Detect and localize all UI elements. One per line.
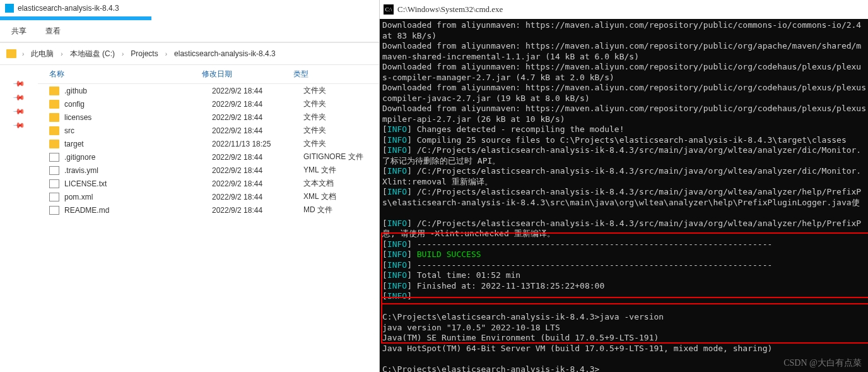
terminal-line [382, 208, 868, 219]
file-type: 文件夹 [303, 125, 379, 136]
terminal-line: mpiler-api-2.7.jar (26 kB at 10 kB/s) [382, 114, 868, 125]
terminal-line: Downloaded from aliyunmaven: https://mav… [382, 83, 868, 93]
terminal-line: C:\Projects\elasticsearch-analysis-ik-8.… [382, 312, 868, 323]
file-explorer-window: elasticsearch-analysis-ik-8.4.3 共享 查看 › … [0, 0, 380, 372]
file-row[interactable]: .gitignore2022/9/2 18:44GITIGNORE 文件 [38, 150, 379, 164]
file-name: .github [64, 87, 212, 95]
file-type: GITIGNORE 文件 [303, 152, 379, 162]
file-row[interactable]: LICENSE.txt2022/9/2 18:44文本文档 [38, 177, 379, 190]
terminal-line [382, 302, 868, 313]
file-date: 2022/9/2 18:44 [212, 206, 303, 215]
ribbon-toolbar: 共享 查看 [0, 20, 379, 42]
terminal-line: [INFO] Finished at: 2022-11-13T18:25:22+… [382, 281, 868, 292]
file-name: src [64, 126, 212, 135]
explorer-title-bar: elasticsearch-analysis-ik-8.4.3 [0, 0, 379, 16]
file-name: LICENSE.txt [64, 179, 212, 188]
folder-icon [6, 49, 16, 58]
terminal-line: [INFO] /C:/Projects/elasticsearch-analys… [382, 219, 868, 229]
file-name: .travis.yml [64, 166, 212, 175]
file-icon [49, 153, 59, 162]
file-type: 文件夹 [303, 112, 379, 123]
crumb-drive[interactable]: 本地磁盘 (C:) [69, 49, 116, 59]
terminal-line: [INFO] Changes detected - recompiling th… [382, 124, 868, 135]
terminal-line: [INFO] ---------------------------------… [382, 260, 868, 271]
file-type: MD 文件 [303, 205, 379, 215]
file-name: config [64, 100, 212, 109]
folder-icon [49, 100, 59, 109]
terminal-line: Downloaded from aliyunmaven: https://mav… [382, 62, 868, 73]
terminal-line: [INFO] Total time: 01:52 min [382, 270, 868, 281]
cmd-title-text: C:\Windows\System32\cmd.exe [397, 4, 503, 15]
chevron-right-icon: › [163, 51, 169, 57]
cmd-output[interactable]: Downloaded from aliyunmaven: https://mav… [380, 19, 868, 372]
file-type: 文件夹 [303, 99, 379, 109]
terminal-line: Downloaded from aliyunmaven: https://mav… [382, 104, 868, 114]
file-type: YML 文件 [303, 165, 379, 176]
terminal-line: [INFO] [382, 291, 868, 302]
column-headers: 名称 修改日期 类型 [38, 65, 379, 84]
file-name: README.md [64, 206, 212, 215]
file-icon [49, 179, 59, 188]
cmd-icon: C:\ [384, 4, 394, 15]
file-date: 2022/9/2 18:44 [212, 193, 303, 201]
address-bar[interactable]: › 此电脑 › 本地磁盘 (C:) › Projects › elasticse… [0, 42, 379, 65]
file-icon [49, 206, 59, 215]
terminal-line: at 83 kB/s) [382, 31, 868, 42]
file-name: pom.xml [64, 193, 212, 201]
file-date: 2022/9/2 18:44 [212, 100, 303, 109]
window-title: elasticsearch-analysis-ik-8.4.3 [18, 4, 119, 13]
file-name: target [64, 140, 212, 148]
folder-icon [49, 140, 59, 148]
chevron-right-icon: › [20, 51, 26, 57]
terminal-line: s-compiler-manager-2.7.jar (4.7 kB at 2.… [382, 73, 868, 83]
terminal-line: [INFO] /C:/Projects/elasticsearch-analys… [382, 145, 868, 156]
file-row[interactable]: .travis.yml2022/9/2 18:44YML 文件 [38, 164, 379, 177]
crumb-this-pc[interactable]: 此电脑 [30, 49, 55, 59]
file-row[interactable]: .github2022/9/2 18:44文件夹 [38, 84, 379, 97]
folder-icon [49, 113, 59, 122]
col-name[interactable]: 名称 [38, 69, 202, 80]
col-date[interactable]: 修改日期 [202, 69, 293, 80]
terminal-line: Downloaded from aliyunmaven: https://mav… [382, 41, 868, 52]
file-date: 2022/9/2 18:44 [212, 113, 303, 122]
terminal-line: Downloaded from aliyunmaven: https://mav… [382, 20, 868, 31]
terminal-line: java version "17.0.5" 2022-10-18 LTS [382, 323, 868, 333]
file-row[interactable]: licenses2022/9/2 18:44文件夹 [38, 111, 379, 124]
file-row[interactable]: src2022/9/2 18:44文件夹 [38, 124, 379, 137]
file-date: 2022/9/2 18:44 [212, 87, 303, 95]
terminal-line: 了标记为待删除的已过时 API。 [382, 156, 868, 167]
file-icon [49, 193, 59, 201]
terminal-line: Xlint:removal 重新编译。 [382, 177, 868, 188]
quick-access-pane: 📌 📌 📌 📌 [0, 65, 38, 372]
chevron-right-icon: › [59, 51, 64, 57]
terminal-line: [INFO] BUILD SUCCESS [382, 249, 868, 260]
file-row[interactable]: pom.xml2022/9/2 18:44XML 文档 [38, 190, 379, 203]
terminal-line: maven-shared-incremental-1.1.jar (14 kB … [382, 52, 868, 63]
file-list-panel: 名称 修改日期 类型 .github2022/9/2 18:44文件夹confi… [38, 65, 379, 372]
tab-view[interactable]: 查看 [45, 26, 61, 37]
file-date: 2022/9/2 18:44 [212, 166, 303, 175]
crumb-projects[interactable]: Projects [129, 49, 159, 58]
cmd-title-bar: C:\ C:\Windows\System32\cmd.exe [380, 0, 868, 19]
app-icon [5, 4, 14, 13]
file-date: 2022/11/13 18:25 [212, 140, 303, 148]
file-icon [49, 166, 59, 175]
cmd-window: C:\ C:\Windows\System32\cmd.exe Download… [380, 0, 868, 372]
terminal-line: compiler-javac-2.7.jar (19 kB at 8.0 kB/… [382, 93, 868, 104]
file-date: 2022/9/2 18:44 [212, 126, 303, 135]
file-row[interactable]: config2022/9/2 18:44文件夹 [38, 97, 379, 111]
file-row[interactable]: target2022/11/13 18:25文件夹 [38, 137, 379, 150]
terminal-line: [INFO] /C:/Projects/elasticsearch-analys… [382, 187, 868, 198]
file-type: XML 文档 [303, 191, 379, 202]
file-name: licenses [64, 113, 212, 122]
tab-share[interactable]: 共享 [11, 26, 26, 37]
file-row[interactable]: README.md2022/9/2 18:44MD 文件 [38, 203, 379, 217]
file-type: 文件夹 [303, 85, 379, 96]
watermark-text: CSDN @大白有点菜 [783, 358, 862, 369]
crumb-folder[interactable]: elasticsearch-analysis-ik-8.4.3 [173, 49, 277, 58]
col-type[interactable]: 类型 [293, 69, 379, 80]
chevron-right-icon: › [120, 51, 126, 57]
file-date: 2022/9/2 18:44 [212, 153, 303, 162]
file-type: 文件夹 [303, 138, 379, 149]
file-name: .gitignore [64, 153, 212, 162]
